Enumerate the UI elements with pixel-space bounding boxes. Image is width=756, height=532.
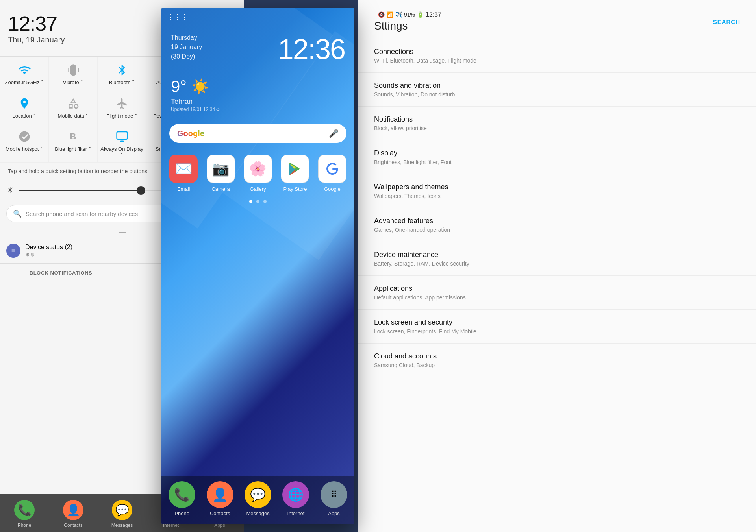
flightmode-icon — [115, 96, 129, 111]
right-status-icons: 🔇 📶 ✈️ 91% 🔋 12:37 — [378, 11, 441, 18]
toggle-alwayson[interactable]: Always On Display ˅ — [98, 123, 146, 163]
mobiledata-icon — [66, 96, 80, 111]
dock-phone-text: Phone — [174, 510, 189, 516]
settings-item-wallpapers[interactable]: Wallpapers and themes Wallpapers, Themes… — [358, 174, 756, 208]
app-camera[interactable]: 📷 Camera — [204, 155, 237, 192]
app-gallery[interactable]: 🌸 Gallery — [241, 155, 274, 192]
phone-date: Thursday 19 January (30 Dey) — [171, 33, 202, 61]
phone-dock-internet[interactable]: 🌐 Internet — [277, 481, 315, 516]
messages-icon: 💬 — [112, 500, 132, 520]
settings-item-notifications[interactable]: Notifications Block, allow, prioritise — [358, 107, 756, 140]
advanced-sub: Games, One-handed operation — [374, 227, 740, 233]
settings-item-display[interactable]: Display Brightness, Blue light filter, F… — [358, 140, 756, 174]
phone-date-time: Thursday 19 January (30 Dey) 12:36 — [161, 21, 354, 73]
bluetooth-icon — [115, 63, 129, 77]
mobilehotspot-label: Mobile hotspot ˅ — [6, 146, 43, 152]
dock-apps-icon: ⠿ — [321, 481, 347, 508]
app-playstore[interactable]: Play Store — [278, 155, 311, 192]
settings-item-connections[interactable]: Connections Wi-Fi, Bluetooth, Data usage… — [358, 39, 756, 73]
settings-item-device[interactable]: Device maintenance Battery, Storage, RAM… — [358, 242, 756, 276]
weather-updated: Updated 19/01 12:34 ⟳ — [171, 107, 345, 112]
camera-label: Camera — [211, 186, 230, 192]
phone-dock-contacts[interactable]: 👤 Contacts — [201, 481, 239, 516]
dock-phone-label: Phone — [18, 523, 32, 528]
mobilehotspot-icon — [17, 129, 32, 144]
toggle-vibrate[interactable]: Vibrate ˅ — [49, 57, 98, 90]
weather-city: Tehran — [171, 98, 345, 106]
toggle-bluetooth[interactable]: Bluetooth ˅ — [98, 57, 146, 90]
dock-internet-text: Internet — [287, 510, 304, 516]
bluelight-icon: B — [66, 129, 80, 144]
wifi-label: Zoomit.ir 5GHz ˅ — [5, 79, 43, 86]
dock-apps-text: Apps — [328, 510, 340, 516]
dock-messages[interactable]: 💬 Messages — [98, 494, 146, 532]
page-dot-3 — [263, 200, 267, 203]
dock-messages-icon: 💬 — [245, 481, 271, 508]
settings-item-sounds[interactable]: Sounds and vibration Sounds, Vibration, … — [358, 73, 756, 107]
page-dot-home — [249, 200, 252, 203]
toggle-mobiledata[interactable]: Mobile data ˅ — [49, 90, 98, 124]
settings-item-applications[interactable]: Applications Default applications, App p… — [358, 276, 756, 310]
page-dots — [161, 200, 354, 203]
settings-item-lockscreen[interactable]: Lock screen and security Lock screen, Fi… — [358, 310, 756, 344]
weather-sun-icon: ☀️ — [191, 78, 209, 95]
flightmode-label: Flight mode ˅ — [106, 113, 137, 119]
alwayson-label: Always On Display ˅ — [99, 146, 145, 158]
right-battery-icon: 🔋 — [417, 11, 424, 18]
device-status-icon: ≡ — [6, 244, 20, 258]
phone-date-full: 19 January — [171, 42, 202, 52]
phone-dock-phone[interactable]: 📞 Phone — [163, 481, 201, 516]
right-time: 12:37 — [426, 11, 441, 18]
location-label: Location ˅ — [13, 113, 36, 119]
app-google[interactable]: Google — [316, 155, 349, 192]
vibrate-label: Vibrate ˅ — [63, 79, 83, 86]
phone-date-persian: (30 Dey) — [171, 52, 202, 61]
device-sub: Battery, Storage, RAM, Device security — [374, 260, 740, 267]
camera-icon: 📷 — [207, 155, 235, 183]
phone-dock-apps[interactable]: ⠿ Apps — [315, 481, 353, 516]
right-mute-icon: 🔇 — [378, 11, 385, 18]
applications-sub: Default applications, App permissions — [374, 294, 740, 301]
toggle-flightmode[interactable]: Flight mode ˅ — [98, 90, 146, 124]
app-email[interactable]: ✉️ Email — [167, 155, 200, 192]
wifi-icon — [17, 63, 32, 77]
phone-time: 12:36 — [278, 33, 345, 65]
toggle-location[interactable]: Location ˅ — [0, 90, 49, 124]
contacts-icon: 👤 — [63, 500, 83, 520]
toggle-bluelight[interactable]: B Blue light filter ˅ — [49, 123, 98, 163]
email-label: Email — [177, 186, 190, 192]
toggle-wifi[interactable]: Zoomit.ir 5GHz ˅ — [0, 57, 49, 90]
settings-search-button[interactable]: SEARCH — [713, 18, 740, 25]
google-app-label: Google — [324, 186, 341, 192]
dock-contacts[interactable]: 👤 Contacts — [49, 494, 98, 532]
display-title: Display — [374, 149, 740, 157]
cloud-sub: Samsung Cloud, Backup — [374, 362, 740, 368]
google-mic-icon[interactable]: 🎤 — [329, 129, 339, 138]
phone-dock: 📞 Phone 👤 Contacts 💬 Messages 🌐 Internet… — [161, 476, 354, 524]
bluetooth-label: Bluetooth ˅ — [109, 79, 135, 86]
settings-item-cloud[interactable]: Cloud and accounts Samsung Cloud, Backup — [358, 344, 756, 377]
phone-screen: ⋮⋮⋮ 🔇 📶 ✈️ 91% 🔋 12:37 Thursday 19 Janua… — [161, 8, 354, 524]
block-notifications-button[interactable]: BLOCK NOTIFICATIONS — [0, 264, 122, 282]
settings-item-advanced[interactable]: Advanced features Games, One-handed oper… — [358, 208, 756, 242]
dock-messages-label: Messages — [111, 523, 133, 528]
display-sub: Brightness, Blue light filter, Font — [374, 159, 740, 165]
gallery-icon: 🌸 — [244, 155, 272, 183]
email-icon: ✉️ — [169, 155, 198, 183]
wallpapers-title: Wallpapers and themes — [374, 183, 740, 191]
dock-contacts-text: Contacts — [210, 510, 230, 516]
page-dot-2 — [256, 200, 259, 203]
dock-phone[interactable]: 📞 Phone — [0, 494, 49, 532]
toggle-mobilehotspot[interactable]: Mobile hotspot ˅ — [0, 123, 49, 163]
settings-header: 🔇 📶 ✈️ 91% 🔋 12:37 Sttings SEARCH — [358, 0, 756, 39]
wallpapers-sub: Wallpapers, Themes, Icons — [374, 193, 740, 199]
connections-title: Connections — [374, 48, 740, 56]
settings-panel: 🔇 📶 ✈️ 91% 🔋 12:37 Sttings SEARCH Connec… — [358, 0, 756, 532]
vibrate-icon — [66, 63, 80, 77]
location-icon — [17, 96, 32, 111]
phone-dock-messages[interactable]: 💬 Messages — [239, 481, 277, 516]
right-airplane-icon: ✈️ — [395, 11, 402, 18]
google-search-bar[interactable]: Google 🎤 — [169, 124, 346, 143]
advanced-title: Advanced features — [374, 217, 740, 225]
connections-sub: Wi-Fi, Bluetooth, Data usage, Flight mod… — [374, 57, 740, 64]
